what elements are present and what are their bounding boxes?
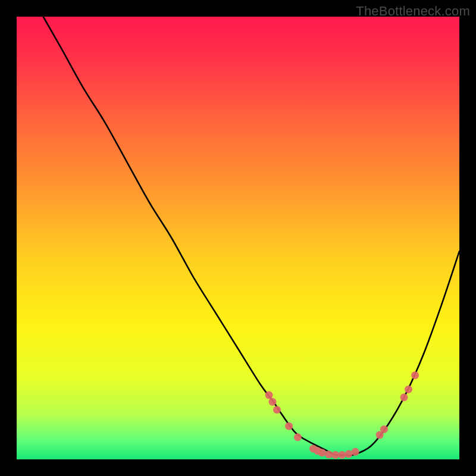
chart-frame: TheBottleneck.com (0, 0, 476, 476)
svg-rect-0 (17, 17, 459, 459)
background-gradient (17, 17, 459, 459)
plot-area (17, 17, 459, 459)
